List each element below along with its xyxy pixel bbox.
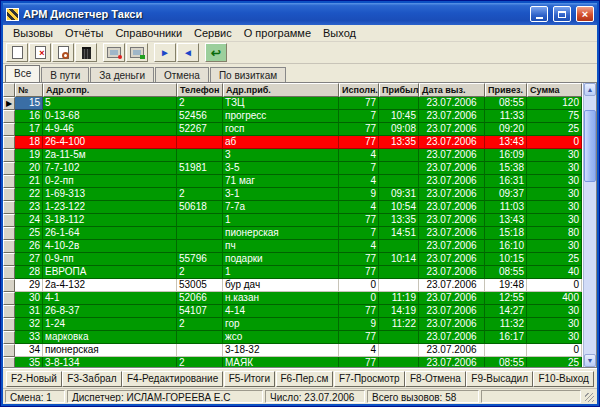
tab-all[interactable]: Все xyxy=(5,65,40,82)
grid-row[interactable]: 1826-4-100аб7713:3523.07.200613:430 xyxy=(3,136,583,149)
f5-totals-button[interactable]: F5-Итоги xyxy=(224,371,275,387)
title-bar[interactable]: АРМ Диспетчер Такси × xyxy=(3,3,597,25)
forward-button[interactable]: ► xyxy=(154,43,176,62)
f2-new-button[interactable]: F2-Новый xyxy=(6,371,62,387)
grid-row[interactable]: 304-152066н.казан011:1923.07.200612:5540… xyxy=(3,292,583,305)
grid-cell-sum: 25 xyxy=(527,357,582,367)
row-selector[interactable] xyxy=(3,344,15,357)
f4-edit-button[interactable]: F4-Редактирование xyxy=(122,371,223,387)
menu-item-about[interactable]: О программе xyxy=(238,26,317,40)
scrollbar-thumb[interactable] xyxy=(584,110,596,182)
row-selector[interactable] xyxy=(3,214,15,227)
grid-row[interactable]: ▶1552ТЗЦ7723.07.200608:55120 xyxy=(3,97,583,110)
toolbar: ×►◄↩ xyxy=(3,42,597,64)
scrollbar-track[interactable] xyxy=(584,96,596,354)
row-selector[interactable] xyxy=(3,318,15,331)
f6-shift-button[interactable]: F6-Пер.см xyxy=(276,371,334,387)
grid-row[interactable]: 160-13-6852456прогресс710:4523.07.200611… xyxy=(3,110,583,123)
grid-cell-no: 16 xyxy=(15,110,43,123)
f10-exit-button[interactable]: F10-Выход xyxy=(533,371,593,387)
f8-cancel-button[interactable]: F8-Отмена xyxy=(405,371,466,387)
tab-canceled[interactable]: Отмена xyxy=(155,67,209,82)
grid-cell-date: 23.07.2006 xyxy=(419,149,485,162)
grid-cell-t2 xyxy=(485,344,527,357)
grid-row[interactable]: 292а-4-13253005бур дач023.07.200619:480 xyxy=(3,279,583,292)
row-selector[interactable] xyxy=(3,136,15,149)
cancel-call-button[interactable]: × xyxy=(29,43,51,62)
menu-item-reports[interactable]: Отчёты xyxy=(59,26,109,40)
row-selector[interactable] xyxy=(3,175,15,188)
grid-row[interactable]: 210-2-пп71 маг423.07.200616:3130 xyxy=(3,175,583,188)
scroll-up-button[interactable]: ▲ xyxy=(584,83,596,96)
grid-cell-from: пионерская xyxy=(43,344,177,357)
row-selector[interactable] xyxy=(3,292,15,305)
delete-button[interactable] xyxy=(75,43,97,62)
row-selector[interactable] xyxy=(3,240,15,253)
menu-item-service[interactable]: Сервис xyxy=(188,26,238,40)
row-selector[interactable] xyxy=(3,357,15,367)
grid-row[interactable]: 243-18-11217713:3523.07.200613:4330 xyxy=(3,214,583,227)
grid-cell-exec: 77 xyxy=(339,97,379,110)
grid-row[interactable]: 2526-1-64пионерская714:5123.07.200615:18… xyxy=(3,227,583,240)
grid-row[interactable]: 3126-8-37541074-147714:1923.07.200614:27… xyxy=(3,305,583,318)
grid-cell-to: 3 xyxy=(223,149,339,162)
grid-row[interactable]: 192а-11-5м3423.07.200616:0930 xyxy=(3,149,583,162)
f3-picked-button[interactable]: F3-Забрал xyxy=(62,371,121,387)
row-selector[interactable] xyxy=(3,266,15,279)
tab-for-money[interactable]: За деньги xyxy=(90,67,154,82)
row-selector[interactable] xyxy=(3,227,15,240)
refresh-button[interactable]: ↩ xyxy=(205,43,227,62)
grid-row[interactable]: 207-7-102519813-5723.07.200615:3830 xyxy=(3,162,583,175)
vertical-scrollbar[interactable]: ▲ ▼ xyxy=(583,83,596,367)
row-selector[interactable] xyxy=(3,331,15,344)
tab-strip: ВсеВ путиЗа деньгиОтменаПо визиткам xyxy=(3,64,597,82)
grid-row[interactable]: 353-8-1342МАЯК7723.07.200608:5525 xyxy=(3,357,583,367)
grid-row[interactable]: 270-9-пп55796подарки7710:1423.07.200610:… xyxy=(3,253,583,266)
grid-cell-no: 19 xyxy=(15,149,43,162)
grid-cell-to: прогресс xyxy=(223,110,339,123)
grid-cell-t1 xyxy=(379,344,419,357)
grid-row[interactable]: 264-10-2впч423.07.200616:1030 xyxy=(3,240,583,253)
row-selector[interactable] xyxy=(3,188,15,201)
row-selector[interactable] xyxy=(3,305,15,318)
grid-cell-t1 xyxy=(379,162,419,175)
f7-view-button[interactable]: F7-Просмотр xyxy=(334,371,405,387)
grid-cell-t1: 14:19 xyxy=(379,305,419,318)
grid-cell-no: 32 xyxy=(15,318,43,331)
grid-cell-date: 23.07.2006 xyxy=(419,344,485,357)
menu-item-exit[interactable]: Выход xyxy=(317,26,362,40)
scroll-down-button[interactable]: ▼ xyxy=(584,354,596,367)
row-selector[interactable] xyxy=(3,162,15,175)
close-button[interactable]: × xyxy=(576,6,594,22)
grid-row[interactable]: 231-23-122506187-7а410:5423.07.200611:03… xyxy=(3,201,583,214)
grid-cell-t2: 08:55 xyxy=(485,266,527,279)
row-selector[interactable]: ▶ xyxy=(3,97,15,110)
grid-cell-phone: 53005 xyxy=(177,279,223,292)
f9-dropped-button[interactable]: F9-Высадил xyxy=(466,371,533,387)
screen-alert-button[interactable] xyxy=(103,43,125,62)
tab-by-cards[interactable]: По визиткам xyxy=(210,67,286,82)
menu-item-calls[interactable]: Вызовы xyxy=(7,26,59,40)
row-selector[interactable] xyxy=(3,279,15,292)
back-button[interactable]: ◄ xyxy=(177,43,199,62)
row-selector[interactable] xyxy=(3,123,15,136)
grid-row[interactable]: 174-9-4652267госп7709:0823.07.200609:202… xyxy=(3,123,583,136)
row-selector[interactable] xyxy=(3,110,15,123)
row-selector[interactable] xyxy=(3,201,15,214)
maximize-button[interactable] xyxy=(553,6,571,22)
grid-cell-t2: 09:20 xyxy=(485,123,527,136)
grid-row[interactable]: 34пионерская3-18-32423.07.20060 xyxy=(3,344,583,357)
tab-enroute[interactable]: В пути xyxy=(41,67,89,82)
row-selector[interactable] xyxy=(3,253,15,266)
screen-send-button[interactable] xyxy=(126,43,148,62)
new-call-button[interactable] xyxy=(6,43,28,62)
menu-item-directories[interactable]: Справочники xyxy=(109,26,188,40)
grid-row[interactable]: 28ЕВРОПА217723.07.200608:5540 xyxy=(3,266,583,279)
grid-row[interactable]: 33марковкажсо7723.07.200616:1730 xyxy=(3,331,583,344)
grid-row[interactable]: 321-242гор911:2223.07.200611:3230 xyxy=(3,318,583,331)
row-selector[interactable] xyxy=(3,149,15,162)
grid-row[interactable]: 221-69-31323-1909:3123.07.200609:3730 xyxy=(3,188,583,201)
minimize-button[interactable] xyxy=(530,6,548,22)
find-call-button[interactable] xyxy=(52,43,74,62)
resize-grip[interactable] xyxy=(583,390,595,403)
